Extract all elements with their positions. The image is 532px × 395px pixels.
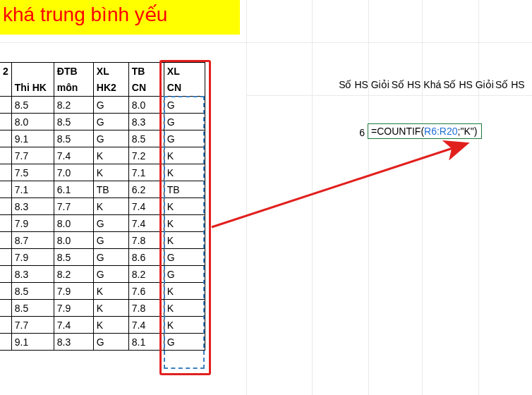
cell[interactable]: 8.5: [11, 97, 54, 114]
cell[interactable]: 8.5: [54, 114, 93, 130]
cell[interactable]: 8.5: [54, 130, 93, 147]
cell[interactable]: 8.0: [54, 215, 93, 232]
cell[interactable]: 8.5: [128, 130, 164, 147]
cell[interactable]: 7.9: [11, 249, 54, 266]
cell[interactable]: K: [164, 300, 205, 317]
cell[interactable]: 8.0: [11, 114, 54, 130]
cell[interactable]: 7.5: [11, 164, 54, 181]
cell[interactable]: [0, 164, 11, 181]
cell[interactable]: K: [93, 317, 128, 334]
hdr-tbcn: CN: [128, 80, 164, 97]
cell[interactable]: G: [164, 97, 205, 114]
cell[interactable]: G: [93, 232, 128, 249]
cell[interactable]: [0, 317, 11, 334]
cell[interactable]: G: [164, 249, 205, 266]
cell[interactable]: [0, 130, 11, 147]
cell[interactable]: [0, 114, 11, 130]
cell[interactable]: 8.3: [128, 114, 164, 130]
cell[interactable]: 8.2: [54, 266, 93, 283]
cell[interactable]: TB: [93, 181, 128, 198]
cell[interactable]: 7.4: [54, 147, 93, 164]
cell[interactable]: G: [93, 266, 128, 283]
cell[interactable]: [0, 249, 11, 266]
cell[interactable]: K: [164, 283, 205, 300]
cell[interactable]: [0, 334, 11, 351]
cell[interactable]: G: [93, 334, 128, 351]
cell[interactable]: K: [93, 300, 128, 317]
cell[interactable]: K: [93, 198, 128, 215]
cell[interactable]: [0, 266, 11, 283]
cell[interactable]: 7.1: [11, 181, 54, 198]
cell[interactable]: 8.5: [11, 300, 54, 317]
cell[interactable]: 7.9: [54, 300, 93, 317]
cell[interactable]: 8.2: [54, 97, 93, 114]
cell[interactable]: G: [164, 266, 205, 283]
cell[interactable]: 8.0: [128, 97, 164, 114]
cell[interactable]: G: [93, 249, 128, 266]
cell[interactable]: 8.7: [11, 232, 54, 249]
cell[interactable]: [0, 232, 11, 249]
cell[interactable]: 6.2: [128, 181, 164, 198]
cell[interactable]: G: [93, 215, 128, 232]
cell[interactable]: [0, 198, 11, 215]
cell[interactable]: 7.6: [128, 283, 164, 300]
countif-result: 6: [351, 127, 365, 138]
cell[interactable]: G: [164, 130, 205, 147]
cell[interactable]: 7.7: [54, 198, 93, 215]
cell[interactable]: 7.2: [128, 147, 164, 164]
cell[interactable]: K: [164, 164, 205, 181]
cell[interactable]: 7.8: [128, 232, 164, 249]
cell[interactable]: 8.0: [54, 232, 93, 249]
hdr-xlhk2-top: XL: [93, 63, 128, 80]
cell[interactable]: G: [164, 334, 205, 351]
cell[interactable]: 7.7: [11, 317, 54, 334]
cell[interactable]: [0, 283, 11, 300]
cell[interactable]: [0, 97, 11, 114]
lbl-so-hs-gioi-1: Số HS Giỏi: [339, 79, 389, 90]
formula-editing-cell[interactable]: =COUNTIF(R6:R20;"K"): [368, 123, 482, 139]
cell[interactable]: 8.3: [54, 334, 93, 351]
table-row: 7.98.5G8.6G: [0, 249, 205, 266]
cell[interactable]: 7.4: [128, 317, 164, 334]
cell[interactable]: 8.5: [11, 283, 54, 300]
cell[interactable]: 7.4: [128, 198, 164, 215]
cell[interactable]: [0, 300, 11, 317]
cell[interactable]: K: [164, 317, 205, 334]
cell[interactable]: 8.3: [11, 266, 54, 283]
cell[interactable]: 7.1: [128, 164, 164, 181]
cell[interactable]: K: [93, 147, 128, 164]
cell[interactable]: 8.3: [11, 198, 54, 215]
cell[interactable]: 7.9: [54, 283, 93, 300]
cell[interactable]: K: [164, 198, 205, 215]
cell[interactable]: G: [93, 130, 128, 147]
cell[interactable]: 7.4: [54, 317, 93, 334]
cell[interactable]: 7.8: [128, 300, 164, 317]
cell[interactable]: 7.4: [128, 215, 164, 232]
formula-suffix: ;"K"): [458, 126, 478, 137]
cell[interactable]: [0, 181, 11, 198]
cell[interactable]: 7.7: [11, 147, 54, 164]
cell[interactable]: G: [164, 114, 205, 130]
cell[interactable]: 8.1: [128, 334, 164, 351]
lbl-so-hs-kha: Số HS Khá: [391, 79, 442, 90]
cell[interactable]: K: [164, 147, 205, 164]
cell[interactable]: K: [164, 232, 205, 249]
formula-prefix: =COUNTIF(: [371, 126, 424, 137]
cell[interactable]: [0, 147, 11, 164]
cell[interactable]: G: [93, 114, 128, 130]
cell[interactable]: 6.1: [54, 181, 93, 198]
cell[interactable]: G: [93, 97, 128, 114]
cell[interactable]: 9.1: [11, 130, 54, 147]
cell[interactable]: 7.9: [11, 215, 54, 232]
cell[interactable]: [0, 215, 11, 232]
cell[interactable]: 8.5: [54, 249, 93, 266]
cell[interactable]: 9.1: [11, 334, 54, 351]
cell[interactable]: K: [93, 164, 128, 181]
cell[interactable]: TB: [164, 181, 205, 198]
page-title: khá trung bình yếu: [0, 0, 240, 35]
cell[interactable]: 8.2: [128, 266, 164, 283]
cell[interactable]: K: [164, 215, 205, 232]
cell[interactable]: K: [93, 283, 128, 300]
cell[interactable]: 7.0: [54, 164, 93, 181]
cell[interactable]: 8.6: [128, 249, 164, 266]
